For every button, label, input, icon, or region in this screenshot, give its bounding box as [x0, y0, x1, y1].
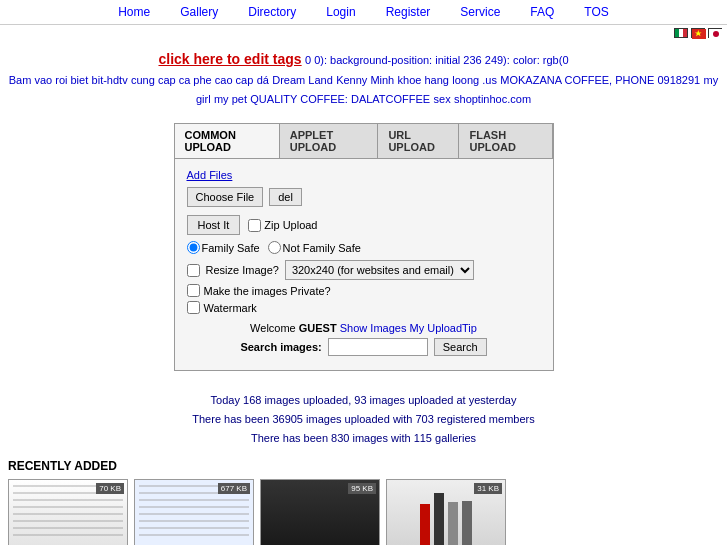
upload-tab-flash-upload[interactable]: FLASH UPLOAD	[459, 124, 552, 158]
family-safe-radio[interactable]	[187, 241, 200, 254]
flag-bar	[0, 25, 727, 40]
thumb-item: 95 KBUploadit, VNabc cba.JPG(1079×490)	[260, 479, 380, 545]
stats-line3: There has been 830 images with 115 galle…	[0, 429, 727, 448]
show-images-link[interactable]: Show Images	[340, 322, 407, 334]
tag-link[interactable]: Bam vao roi biet	[9, 74, 88, 86]
tag-link[interactable]: sex	[434, 93, 451, 105]
search-button[interactable]: Search	[434, 338, 487, 356]
thumb-size-label: 677 KB	[218, 483, 250, 494]
thumbnails-container: 70 KBUploadit, VNbug.jpg(1196×648)677 KB…	[8, 479, 719, 545]
guest-label: GUEST	[299, 322, 337, 334]
stats-section: Today 168 images uploaded, 93 images upl…	[0, 381, 727, 455]
welcome-row: Welcome GUEST Show Images My UploadTip	[187, 322, 541, 334]
upload-content: Add Files Choose File del Host It Zip Up…	[175, 159, 553, 370]
upload-tab-applet-upload[interactable]: APPLET UPLOAD	[280, 124, 379, 158]
private-row: Make the images Private?	[187, 284, 541, 297]
tags-section: click here to edit tags 0 0): background…	[0, 40, 727, 113]
thumb-size-label: 70 KB	[96, 483, 124, 494]
recently-section: RECENTLY ADDED 70 KBUploadit, VNbug.jpg(…	[0, 455, 727, 545]
nav-bar: HomeGalleryDirectoryLoginRegisterService…	[0, 0, 727, 25]
thumb-item: 677 KBUploadit, VNUntitled.jpg(1920×1080…	[134, 479, 254, 545]
tag-link[interactable]: QUALITY COFFEE: DALATCOFFEE	[250, 93, 430, 105]
upload-box: COMMON UPLOADAPPLET UPLOADURL UPLOADFLAS…	[174, 123, 554, 371]
tag-list: Bam vao roi biet bit-hdtv cung cap ca ph…	[0, 71, 727, 109]
upload-tab-url-upload[interactable]: URL UPLOAD	[378, 124, 459, 158]
stats-line1: Today 168 images uploaded, 93 images upl…	[0, 391, 727, 410]
choose-file-button[interactable]: Choose File	[187, 187, 264, 207]
resize-label: Resize Image?	[206, 264, 279, 276]
flag-it-icon[interactable]	[674, 28, 688, 38]
edit-tags-link[interactable]: click here to edit tags	[158, 51, 301, 67]
resize-row: Resize Image? 320x240 (for websites and …	[187, 260, 541, 280]
watermark-row: Watermark	[187, 301, 541, 314]
tag-link[interactable]: cung cap ca phe cao cap	[131, 74, 253, 86]
file-row: Choose File del	[187, 187, 541, 207]
stats-line2: There has been 36905 images uploaded wit…	[0, 410, 727, 429]
flag-jp-icon[interactable]	[708, 28, 722, 38]
tag-link[interactable]: dá	[257, 74, 269, 86]
upload-tab-common-upload[interactable]: COMMON UPLOAD	[175, 124, 280, 158]
tag-link[interactable]: my pet	[214, 93, 247, 105]
search-input[interactable]	[328, 338, 428, 356]
private-checkbox[interactable]	[187, 284, 200, 297]
nav-link-faq[interactable]: FAQ	[530, 5, 554, 19]
resize-checkbox[interactable]	[187, 264, 200, 277]
del-button[interactable]: del	[269, 188, 302, 206]
search-label: Search images:	[240, 341, 321, 353]
tag-link[interactable]: Dream Land	[272, 74, 333, 86]
family-safe-label[interactable]: Family Safe	[187, 241, 260, 254]
tag-link[interactable]: MOKAZANA COFFEE, PHONE 0918291	[500, 74, 700, 86]
tag-link[interactable]: khoe hang	[398, 74, 449, 86]
svg-point-3	[713, 31, 719, 37]
tag-link[interactable]: Kenny Minh	[336, 74, 394, 86]
upload-tabs: COMMON UPLOADAPPLET UPLOADURL UPLOADFLAS…	[175, 124, 553, 159]
thumb-item: 70 KBUploadit, VNbug.jpg(1196×648)	[8, 479, 128, 545]
family-safe-row: Family Safe Not Family Safe	[187, 241, 541, 254]
thumb-size-label: 95 KB	[348, 483, 376, 494]
thumb-size-label: 31 KB	[474, 483, 502, 494]
nav-link-service[interactable]: Service	[460, 5, 500, 19]
search-row: Search images: Search	[187, 338, 541, 356]
nav-link-tos[interactable]: TOS	[584, 5, 608, 19]
zip-upload-label[interactable]: Zip Upload	[248, 219, 317, 232]
tag-link[interactable]: bit-hdtv	[92, 74, 128, 86]
host-it-button[interactable]: Host It	[187, 215, 241, 235]
watermark-checkbox[interactable]	[187, 301, 200, 314]
tag-link[interactable]: loong .us	[452, 74, 497, 86]
add-files-link[interactable]: Add Files	[187, 169, 541, 181]
nav-link-home[interactable]: Home	[118, 5, 150, 19]
nav-link-gallery[interactable]: Gallery	[180, 5, 218, 19]
zip-upload-checkbox[interactable]	[248, 219, 261, 232]
tags-extra-text: 0 0): background-position: initial 236 2…	[305, 54, 569, 66]
not-family-safe-label[interactable]: Not Family Safe	[268, 241, 361, 254]
resize-select[interactable]: 320x240 (for websites and email)	[285, 260, 474, 280]
thumb-item: 31 KBUploadit, VN(527×181)	[386, 479, 506, 545]
tag-link[interactable]: shoptinhoc.com	[454, 93, 531, 105]
host-row: Host It Zip Upload	[187, 215, 541, 235]
my-uploadtip-link[interactable]: My UploadTip	[409, 322, 476, 334]
nav-link-directory[interactable]: Directory	[248, 5, 296, 19]
recently-added-title: RECENTLY ADDED	[8, 459, 719, 473]
nav-link-login[interactable]: Login	[326, 5, 355, 19]
flag-vn-icon[interactable]	[691, 28, 705, 38]
nav-link-register[interactable]: Register	[386, 5, 431, 19]
not-family-safe-radio[interactable]	[268, 241, 281, 254]
